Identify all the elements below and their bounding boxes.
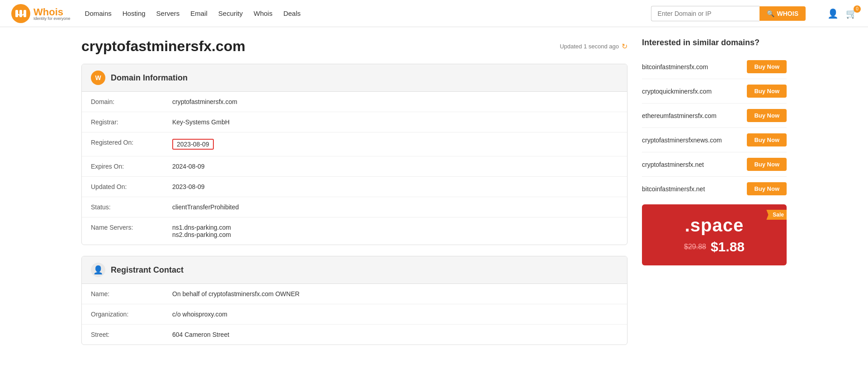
domain-info-icon: W <box>91 71 105 85</box>
header-icons: 👤 🛒 0 <box>827 8 857 19</box>
search-icon: 🔍 <box>767 10 774 17</box>
field-label: Name Servers: <box>91 224 172 238</box>
field-label: Registered On: <box>91 139 172 150</box>
suggestion-domain: cryptofastminersfx.net <box>642 161 704 168</box>
main-container: cryptofastminersfx.com Updated 1 second … <box>0 27 868 367</box>
buy-now-button[interactable]: Buy Now <box>747 109 787 122</box>
table-row: Street: 604 Cameron Street <box>82 325 627 345</box>
field-label: Street: <box>91 331 172 338</box>
sale-tld: .space <box>653 215 776 236</box>
table-row: Status: clientTransferProhibited <box>82 197 627 217</box>
registrant-icon: 👤 <box>91 263 105 277</box>
cart-badge: 0 <box>854 5 861 13</box>
search-button[interactable]: 🔍 WHOIS <box>760 6 806 21</box>
refresh-icon[interactable]: ↻ <box>622 42 627 51</box>
buy-now-button[interactable]: Buy Now <box>747 60 787 73</box>
buy-now-button[interactable]: Buy Now <box>747 85 787 98</box>
field-label: Domain: <box>91 98 172 105</box>
domain-info-card: W Domain Information Domain: cryptofastm… <box>81 64 627 245</box>
field-label: Status: <box>91 203 172 211</box>
field-value: Key-Systems GmbH <box>172 118 230 126</box>
buy-now-button[interactable]: Buy Now <box>747 133 787 146</box>
search-area: 🔍 WHOIS <box>651 6 806 21</box>
domain-title: cryptofastminersfx.com <box>81 38 245 55</box>
sale-price-row: $29.88 $1.88 <box>653 239 776 255</box>
field-label: Expires On: <box>91 163 172 170</box>
svg-rect-2 <box>19 10 22 17</box>
search-input[interactable] <box>651 6 760 21</box>
main-header: Whois Identity for everyone Domains Host… <box>0 0 868 27</box>
sale-banner: Sale .space $29.88 $1.88 <box>642 204 787 265</box>
field-value: ns1.dns-parking.com ns2.dns-parking.com <box>172 224 231 238</box>
domain-suggestion-item: bitcoinfastminersfx.net Buy Now <box>642 177 787 201</box>
field-label: Name: <box>91 290 172 297</box>
sale-new-price: $1.88 <box>711 239 745 255</box>
content-area: cryptofastminersfx.com Updated 1 second … <box>81 38 627 356</box>
table-row: Updated On: 2023-08-09 <box>82 177 627 197</box>
domain-info-title: Domain Information <box>111 73 188 83</box>
suggestion-domain: cryptofastminersfxnews.com <box>642 137 722 144</box>
table-row: Name Servers: ns1.dns-parking.com ns2.dn… <box>82 217 627 245</box>
field-value: cryptofastminersfx.com <box>172 98 237 105</box>
field-label: Organization: <box>91 311 172 318</box>
whois-logo-icon <box>11 4 31 24</box>
nav-domains[interactable]: Domains <box>85 9 112 17</box>
sale-old-price: $29.88 <box>684 243 706 251</box>
domain-suggestion-item: bitcoinfastminersfx.com Buy Now <box>642 55 787 79</box>
table-row: Expires On: 2024-08-09 <box>82 156 627 177</box>
registrant-card: 👤 Registrant Contact Name: On behalf of … <box>81 256 627 345</box>
domain-suggestion-item: cryptofastminersfxnews.com Buy Now <box>642 128 787 152</box>
nav-whois[interactable]: Whois <box>254 9 273 17</box>
updated-info: Updated 1 second ago ↻ <box>560 42 627 51</box>
field-value: 2023-08-09 <box>172 183 205 190</box>
buy-now-button[interactable]: Buy Now <box>747 182 787 195</box>
sidebar-heading: Interested in similar domains? <box>642 38 787 47</box>
registrant-title: Registrant Contact <box>111 265 184 275</box>
suggestion-domain: cryptoquickminersfx.com <box>642 88 712 95</box>
page-header: cryptofastminersfx.com Updated 1 second … <box>81 38 627 55</box>
main-nav: Domains Hosting Servers Email Security W… <box>85 9 637 17</box>
domain-suggestions-list: bitcoinfastminersfx.com Buy Now cryptoqu… <box>642 55 787 201</box>
suggestion-domain: bitcoinfastminersfx.net <box>642 185 705 193</box>
field-value: On behalf of cryptofastminersfx.com OWNE… <box>172 290 300 297</box>
sale-ribbon: Sale <box>766 210 787 220</box>
suggestion-domain: ethereumfastminersfx.com <box>642 112 717 119</box>
buy-now-button[interactable]: Buy Now <box>747 158 787 171</box>
nav-servers[interactable]: Servers <box>156 9 180 17</box>
nav-email[interactable]: Email <box>190 9 208 17</box>
table-row: Registered On: 2023-08-09 <box>82 132 627 156</box>
table-row: Domain: cryptofastminersfx.com <box>82 92 627 112</box>
domain-suggestion-item: ethereumfastminersfx.com Buy Now <box>642 104 787 128</box>
user-icon[interactable]: 👤 <box>827 8 839 19</box>
nav-deals[interactable]: Deals <box>283 9 301 17</box>
domain-suggestion-item: cryptofastminersfx.net Buy Now <box>642 152 787 177</box>
registered-on-value: 2023-08-09 <box>172 139 214 150</box>
logo[interactable]: Whois Identity for everyone <box>11 4 71 24</box>
table-row: Name: On behalf of cryptofastminersfx.co… <box>82 284 627 304</box>
field-value: c/o whoisproxy.com <box>172 311 227 318</box>
field-label: Registrar: <box>91 118 172 126</box>
field-value: 604 Cameron Street <box>172 331 229 338</box>
domain-info-header: W Domain Information <box>82 64 627 92</box>
nav-hosting[interactable]: Hosting <box>123 9 146 17</box>
suggestion-domain: bitcoinfastminersfx.com <box>642 63 708 71</box>
updated-text: Updated 1 second ago <box>560 43 619 50</box>
logo-sub: Identity for everyone <box>33 16 71 21</box>
cart-icon[interactable]: 🛒 0 <box>846 8 857 19</box>
field-label: Updated On: <box>91 183 172 190</box>
registrant-header: 👤 Registrant Contact <box>82 256 627 284</box>
sidebar: Interested in similar domains? bitcoinfa… <box>642 38 787 356</box>
table-row: Organization: c/o whoisproxy.com <box>82 304 627 325</box>
domain-suggestion-item: cryptoquickminersfx.com Buy Now <box>642 79 787 104</box>
field-value: clientTransferProhibited <box>172 203 239 211</box>
field-value: 2024-08-09 <box>172 163 205 170</box>
registrant-table: Name: On behalf of cryptofastminersfx.co… <box>82 284 627 345</box>
nav-security[interactable]: Security <box>218 9 243 17</box>
table-row: Registrar: Key-Systems GmbH <box>82 112 627 132</box>
domain-info-table: Domain: cryptofastminersfx.com Registrar… <box>82 92 627 245</box>
